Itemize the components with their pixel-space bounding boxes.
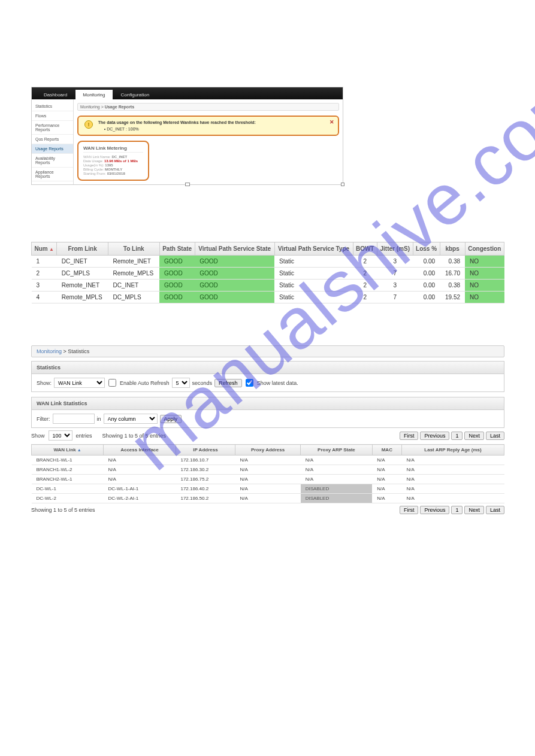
col-jitter[interactable]: Jitter (mS) xyxy=(377,242,413,256)
col-congestion[interactable]: Congestion xyxy=(465,242,504,256)
cell-mac: N/A xyxy=(372,494,401,503)
col-proxy-address[interactable]: Proxy Address xyxy=(235,445,300,456)
pager-prev[interactable]: Previous xyxy=(420,432,449,440)
col-ip-address[interactable]: IP Address xyxy=(176,445,235,456)
col-bowt[interactable]: BOWT xyxy=(353,242,377,256)
sidebar-item-availability-reports[interactable]: Availability Reports xyxy=(32,154,73,168)
table-row: BRANCH2-WL-1N/A172.186.75.2N/AN/AN/AN/A xyxy=(32,475,504,484)
cell-mac: N/A xyxy=(372,484,401,494)
show-latest-checkbox[interactable] xyxy=(246,379,253,387)
cell-vps-type: Static xyxy=(274,256,353,268)
sidebar-item-flows[interactable]: Flows xyxy=(32,111,73,121)
virtual-path-table: Num From Link To Link Path State Virtual… xyxy=(31,242,504,303)
cell-bowt: 2 xyxy=(353,292,377,303)
cell-proxy-arp: N/A xyxy=(301,475,373,484)
cell-vps-state: GOOD xyxy=(195,292,274,303)
col-vps-type[interactable]: Virtual Path Service Type xyxy=(274,242,353,256)
cell-wan-link: DC-WL-2 xyxy=(32,494,104,503)
alert-close-icon[interactable]: ✕ xyxy=(330,119,334,125)
cell-ip: 172.186.50.2 xyxy=(176,494,235,503)
cell-loss: 0.00 xyxy=(413,280,440,292)
col-access-interface[interactable]: Access Interface xyxy=(104,445,176,456)
apply-button[interactable]: Apply xyxy=(160,415,182,423)
cell-mac: N/A xyxy=(372,465,401,475)
pager-last[interactable]: Last xyxy=(486,432,504,440)
breadcrumb-monitoring[interactable]: Monitoring xyxy=(80,105,100,109)
pager-next[interactable]: Next xyxy=(464,432,484,440)
sidebar-item-statistics[interactable]: Statistics xyxy=(32,102,73,111)
wan-link-metering-card: WAN Link Metering WAN Link Name: DC_INET… xyxy=(77,141,149,181)
table-row: DC-WL-1DC-WL-1-AI-1172.186.40.2N/ADISABL… xyxy=(32,484,504,494)
tab-configuration[interactable]: Configuration xyxy=(114,90,157,99)
cell-vps-state: GOOD xyxy=(195,256,274,268)
col-path-state[interactable]: Path State xyxy=(159,242,195,256)
col-loss[interactable]: Loss % xyxy=(413,242,440,256)
filter-input[interactable] xyxy=(53,414,95,424)
metering-pct-label: Usage(in %): xyxy=(83,163,104,167)
col-wan-link[interactable]: WAN Link xyxy=(32,445,104,456)
cell-jitter: 7 xyxy=(377,292,413,303)
metering-usage-value: 13.96 MBs of 1 MBs xyxy=(104,159,138,163)
col-kbps[interactable]: kbps xyxy=(440,242,465,256)
sidebar-item-usage-reports[interactable]: Usage Reports xyxy=(32,144,73,154)
cell-loss: 0.00 xyxy=(413,268,440,280)
tab-dashboard[interactable]: Dashboard xyxy=(37,90,74,99)
col-mac[interactable]: MAC xyxy=(372,445,401,456)
cell-proxy-address: N/A xyxy=(235,475,300,484)
seconds-label: seconds xyxy=(192,380,213,386)
show-label: Show: xyxy=(37,380,52,386)
col-to-link[interactable]: To Link xyxy=(108,242,159,256)
sidebar-item-performance-reports[interactable]: Performance Reports xyxy=(32,121,73,135)
metering-cycle-value: MONTHLY xyxy=(105,168,122,171)
col-num[interactable]: Num xyxy=(32,242,57,256)
pager-first[interactable]: First xyxy=(400,432,419,440)
cell-from: DC_INET xyxy=(57,256,108,268)
cell-arp-age: N/A xyxy=(401,475,504,484)
breadcrumb-monitoring[interactable]: Monitoring xyxy=(37,348,62,354)
pager-last[interactable]: Last xyxy=(486,506,504,514)
breadcrumb: Monitoring > Statistics xyxy=(31,345,504,357)
tab-monitoring[interactable]: Monitoring xyxy=(75,90,112,99)
pager-page-1[interactable]: 1 xyxy=(451,432,463,440)
wan-link-table: WAN Link Access Interface IP Address Pro… xyxy=(31,444,504,503)
col-proxy-arp-state[interactable]: Proxy ARP State xyxy=(301,445,373,456)
cell-jitter: 7 xyxy=(377,268,413,280)
sidebar-item-qos-reports[interactable]: Qos Reports xyxy=(32,135,73,144)
cell-path-state: GOOD xyxy=(159,256,195,268)
cell-mac: N/A xyxy=(372,475,401,484)
pager-page-1[interactable]: 1 xyxy=(451,506,463,514)
auto-refresh-label: Enable Auto Refresh xyxy=(120,380,170,386)
resize-handle-bottom[interactable] xyxy=(185,183,190,186)
pager-first[interactable]: First xyxy=(400,506,419,514)
warning-icon: ! xyxy=(84,120,93,129)
cell-interface: N/A xyxy=(104,465,176,475)
col-last-arp-age[interactable]: Last ARP Reply Age (ms) xyxy=(401,445,504,456)
sidebar-item-appliance-reports[interactable]: Appliance Reports xyxy=(32,168,73,181)
cell-to: DC_INET xyxy=(108,280,159,292)
cell-vps-state: GOOD xyxy=(195,280,274,292)
cell-bowt: 2 xyxy=(353,256,377,268)
metering-pct-value: 1395 xyxy=(105,163,113,167)
auto-refresh-checkbox[interactable] xyxy=(108,379,116,387)
cell-loss: 0.00 xyxy=(413,256,440,268)
col-vps-state[interactable]: Virtual Path Service State xyxy=(195,242,274,256)
page-size-select[interactable]: 100 xyxy=(49,430,72,441)
metering-name-value: DC_INET xyxy=(111,155,127,159)
refresh-interval-select[interactable]: 5 xyxy=(172,378,190,388)
refresh-button[interactable]: Refresh xyxy=(214,379,242,387)
pager-prev[interactable]: Previous xyxy=(420,506,449,514)
resize-handle-corner[interactable] xyxy=(341,183,344,186)
show-select[interactable]: WAN Link xyxy=(54,378,105,388)
cell-to: DC_MPLS xyxy=(108,292,159,303)
cell-wan-link: BRANCH1-WL-2 xyxy=(32,465,104,475)
metering-name-label: WAN Link Name: xyxy=(83,155,111,159)
table-row: BRANCH1-WL-2N/A172.186.30.2N/AN/AN/AN/A xyxy=(32,465,504,475)
pager-next[interactable]: Next xyxy=(464,506,484,514)
breadcrumb-usage-reports: Usage Reports xyxy=(105,105,134,109)
show-label-2: Show xyxy=(31,433,45,439)
cell-wan-link: BRANCH2-WL-1 xyxy=(32,475,104,484)
filter-row: Filter: in Any column Apply xyxy=(31,410,504,428)
table-row: 4Remote_MPLSDC_MPLSGOODGOODStatic270.001… xyxy=(32,292,504,303)
col-from-link[interactable]: From Link xyxy=(57,242,108,256)
filter-column-select[interactable]: Any column xyxy=(104,414,158,424)
